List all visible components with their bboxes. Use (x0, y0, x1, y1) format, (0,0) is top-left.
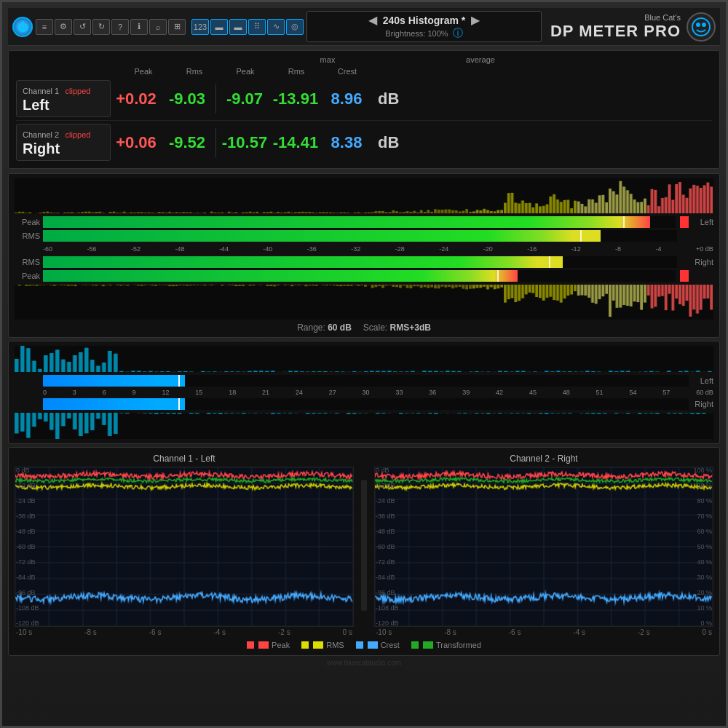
max-header: max (284, 55, 371, 64)
channel2-label: Channel 2 (23, 130, 59, 139)
svg-point-0 (692, 18, 710, 36)
power-button[interactable]: ⏻ (12, 17, 33, 37)
circle-icon[interactable]: ◎ (286, 19, 304, 35)
legend-transformed-checkbox[interactable] (411, 641, 419, 649)
grid-icon[interactable]: ⊞ (168, 19, 186, 35)
crest-scale-row: 0 3 6 9 12 15 18 21 24 27 30 33 36 39 42… (15, 389, 713, 396)
zoom-icon[interactable]: ⌕ (149, 19, 167, 35)
right-rms-bar (43, 256, 677, 268)
right-rms-fill (43, 256, 563, 268)
next-arrow[interactable]: ▶ (471, 13, 480, 27)
undo-icon[interactable]: ↺ (74, 19, 91, 35)
chart2-canvas (374, 467, 713, 627)
top-bar: ⏻ ≡ ⚙ ↺ ↻ ? ℹ ⌕ ⊞ 123 ▬ ▬ ⠿ ∿ ◎ ◀ 240s H… (8, 8, 720, 46)
vu-footer: Range: 60 dB Scale: RMS+3dB (15, 323, 713, 333)
ch2-max-rms: -9.52 (162, 133, 213, 152)
peak-label-left: Peak (15, 218, 40, 226)
histogram-selector[interactable]: ◀ 240s Histogram * ▶ Brightness: 100% ⓘ (306, 11, 542, 42)
crest-header: Crest (322, 67, 373, 76)
legend-transformed: Transformed (411, 641, 481, 649)
channel1-row: Channel 1 clipped Left +0.02 -9.03 -9.07… (16, 77, 712, 121)
chart2-area-wrapper: 0 dB -12 dB -24 dB -36 dB -48 dB -60 dB … (374, 467, 713, 627)
histogram-canvas-bottom (15, 285, 713, 320)
chart2-container: Channel 2 - Right 0 dB -12 dB -24 dB -36… (374, 454, 713, 636)
chart1-x-labels: -10 s -8 s -6 s -4 s -2 s 0 s (15, 628, 354, 636)
range-label: Range: 60 dB (297, 323, 352, 333)
scale-labels: -60 -56 -52 -48 -44 -40 -36 -32 -28 -24 … (15, 245, 713, 253)
chart-divider (360, 454, 368, 636)
crest-right-bar (43, 398, 689, 410)
legend-peak: Peak (247, 641, 290, 649)
rms-label-right: RMS (15, 258, 40, 266)
legend-rms: RMS (301, 641, 344, 649)
histogram-nav: ◀ 240s Histogram * ▶ (368, 13, 480, 27)
crest-right-fill (43, 398, 185, 410)
ch1-max-rms: -9.03 (162, 90, 213, 108)
legend-peak-checkbox[interactable] (247, 641, 254, 649)
ch2-avg-peak: -10.57 (219, 133, 270, 152)
vu-panel: Peak Left RMS -60 -56 -52 -48 (8, 173, 720, 338)
bar-icon[interactable]: ▬ (210, 19, 228, 35)
crest-panel: Left 0 3 6 9 12 15 18 21 24 27 30 33 36 … (8, 341, 720, 444)
bar2-icon[interactable]: ▬ (229, 19, 247, 35)
left-rms-fill (43, 230, 601, 242)
ch1-crest: 8.96 (321, 90, 372, 108)
legend-transformed-label: Transformed (436, 641, 481, 649)
right-peak-meter: Peak (15, 270, 713, 282)
legend-peak-label: Peak (272, 641, 290, 649)
legend-rms-checkbox[interactable] (301, 641, 309, 649)
right-rms-tick (549, 256, 550, 268)
redo-icon[interactable]: ↻ (92, 19, 110, 35)
toolbar-icons: ≡ ⚙ ↺ ↻ ? ℹ ⌕ ⊞ (36, 19, 186, 35)
crest-left-fill (43, 375, 185, 387)
channel2-name-box: Channel 2 clipped Right (16, 124, 111, 161)
chart2-title: Channel 2 - Right (374, 454, 713, 464)
peak-header2: Peak (220, 67, 271, 76)
channel1-clipped: clipped (66, 87, 91, 95)
brightness-label: Brightness: 100% (385, 29, 448, 38)
peak-label-right: Peak (15, 272, 40, 280)
svg-point-1 (696, 23, 700, 27)
right-peak-tick (497, 270, 499, 282)
num-icon[interactable]: 123 (191, 19, 209, 35)
brand-icon (687, 12, 716, 41)
avg-header: average (415, 55, 546, 64)
left-side-label: Left (692, 218, 713, 226)
right-side-label: Right (692, 258, 713, 266)
prev-arrow[interactable]: ◀ (368, 13, 377, 27)
legend-crest-checkbox[interactable] (356, 641, 363, 649)
legend-peak-color (258, 641, 269, 649)
left-peak-meter: Peak Left (15, 216, 713, 228)
legend-crest-color (368, 641, 378, 649)
right-rms-meter: RMS Right (15, 256, 713, 268)
histogram-title: 240s Histogram * (383, 15, 466, 26)
right-clip-indicator (680, 270, 689, 282)
menu-icon[interactable]: ≡ (36, 19, 53, 35)
crest-left-row: Left (15, 375, 713, 387)
help-icon[interactable]: ? (111, 19, 129, 35)
info-icon[interactable]: ℹ (130, 19, 148, 35)
wave-icon[interactable]: ∿ (267, 19, 285, 35)
crest-histogram-canvas (15, 346, 713, 372)
dots-icon[interactable]: ⠿ (248, 19, 266, 35)
ch2-crest: 8.38 (321, 133, 372, 152)
channel2-clipped: clipped (66, 130, 91, 139)
scale-row: -60 -56 -52 -48 -44 -40 -36 -32 -28 -24 … (15, 244, 713, 254)
chart-scroll-handle[interactable] (361, 480, 367, 611)
crest-right-label: Right (692, 400, 713, 408)
right-peak-fill (43, 270, 518, 282)
legend-rms-color (313, 641, 323, 649)
legend: Peak RMS Crest Transformed (15, 641, 713, 649)
channel1-name: Left (23, 97, 104, 114)
main-container: ⏻ ≡ ⚙ ↺ ↻ ? ℹ ⌕ ⊞ 123 ▬ ▬ ⠿ ∿ ◎ ◀ 240s H… (0, 0, 728, 728)
peak-header1: Peak (118, 67, 169, 76)
brand-name: DP METER PRO (550, 22, 681, 41)
brightness-icon: ⓘ (453, 27, 463, 40)
rms-label-left: RMS (15, 232, 40, 240)
left-peak-fill (43, 216, 650, 228)
crest-scale-labels: 0 3 6 9 12 15 18 21 24 27 30 33 36 39 42… (15, 389, 713, 396)
rms-header1: Rms (169, 67, 220, 76)
ch1-avg-peak: -9.07 (219, 90, 270, 108)
settings-icon[interactable]: ⚙ (55, 19, 72, 35)
chart1-area-wrapper: 0 dB -12 dB -24 dB -36 dB -48 dB -60 dB … (15, 467, 354, 627)
